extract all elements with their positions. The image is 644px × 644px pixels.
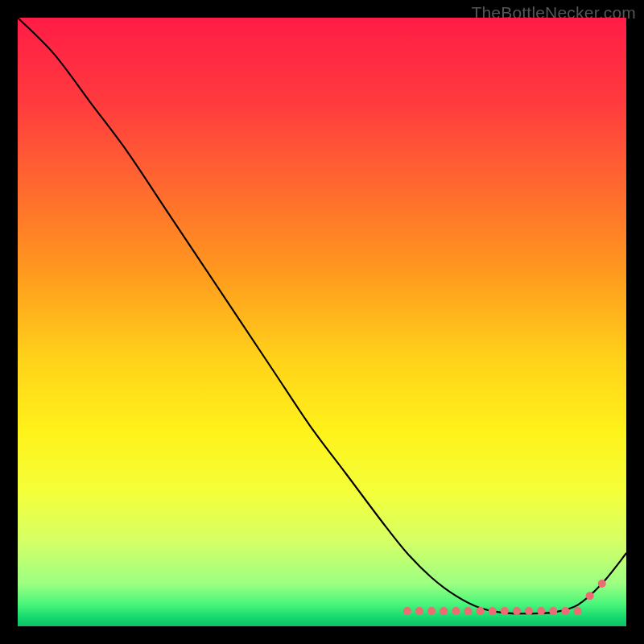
chart-marker — [452, 607, 460, 615]
chart-marker — [464, 607, 472, 615]
chart-marker — [489, 607, 497, 615]
chart-marker — [403, 607, 411, 615]
chart-marker — [477, 607, 485, 615]
chart-marker — [440, 607, 448, 615]
chart-wrapper: TheBottleNecker.com — [0, 0, 644, 644]
chart-background — [18, 18, 626, 626]
chart-marker — [549, 607, 557, 615]
chart-marker — [586, 592, 594, 600]
chart-marker — [561, 607, 569, 615]
chart-marker — [513, 607, 521, 615]
chart-plot — [18, 18, 626, 626]
chart-marker — [427, 607, 436, 615]
chart-marker — [598, 580, 606, 588]
chart-marker — [574, 607, 582, 615]
chart-marker — [537, 607, 545, 615]
chart-marker — [415, 607, 423, 615]
chart-marker — [501, 607, 509, 615]
chart-marker — [525, 607, 533, 615]
